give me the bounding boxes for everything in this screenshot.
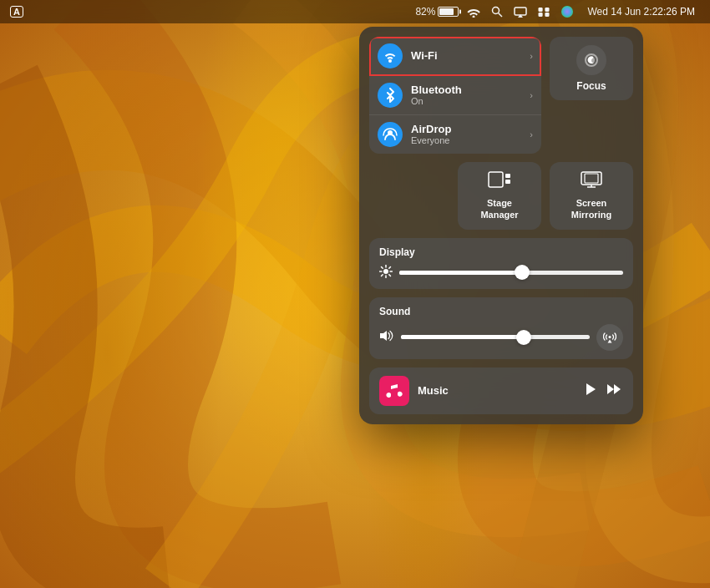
airdrop-chevron: ›	[530, 129, 533, 139]
volume-slider[interactable]	[401, 335, 590, 339]
brightness-slider[interactable]	[399, 271, 623, 275]
svg-rect-5	[539, 7, 543, 11]
font-icon: A	[10, 6, 23, 18]
svg-rect-7	[539, 12, 543, 16]
stage-manager-label: StageManager	[480, 197, 518, 221]
stage-manager-button[interactable]: StageManager	[458, 162, 541, 230]
svg-rect-3	[515, 8, 526, 15]
volume-slider-row	[379, 324, 623, 351]
svg-line-26	[389, 266, 391, 268]
svg-rect-14	[505, 180, 510, 184]
bluetooth-item[interactable]: Bluetooth On ›	[369, 76, 541, 115]
svg-point-29	[609, 336, 611, 338]
svg-rect-16	[585, 174, 598, 183]
svg-marker-33	[614, 384, 621, 394]
svg-line-2	[499, 13, 503, 18]
svg-point-9	[561, 6, 573, 18]
battery-icon	[438, 7, 459, 17]
focus-button[interactable]: Focus	[550, 37, 633, 100]
control-center-panel: Wi-Fi › Bluetooth On ›	[359, 27, 643, 424]
sound-label: Sound	[379, 306, 623, 317]
battery-fill	[439, 8, 454, 15]
bluetooth-title: Bluetooth	[411, 84, 462, 97]
airplay-button[interactable]	[596, 324, 623, 351]
screen-mirroring-icon	[580, 170, 603, 192]
menubar-right: 82%	[415, 3, 700, 20]
bluetooth-icon-bg	[378, 83, 403, 108]
focus-icon	[576, 45, 606, 75]
svg-rect-13	[505, 174, 510, 178]
bluetooth-text: Bluetooth On	[411, 84, 462, 108]
sound-section: Sound	[369, 297, 633, 359]
svg-point-1	[493, 8, 500, 14]
display-label: Display	[379, 246, 623, 258]
volume-icon	[379, 330, 394, 344]
svg-line-27	[382, 274, 383, 276]
airdrop-icon-bg	[378, 122, 403, 147]
screen-mirroring-button[interactable]: ScreenMirroring	[550, 162, 633, 230]
menubar-left: A	[10, 6, 23, 18]
airdrop-text: AirDrop Everyone	[411, 123, 451, 147]
wifi-title: Wi-Fi	[411, 49, 438, 63]
battery-percent: 82%	[415, 6, 435, 18]
airdrop-subtitle: Everyone	[411, 135, 451, 146]
wifi-chevron: ›	[530, 51, 533, 61]
wifi-item[interactable]: Wi-Fi ›	[369, 37, 541, 76]
music-app-icon	[379, 376, 409, 406]
svg-rect-8	[545, 12, 550, 16]
screen-mirroring-label: ScreenMirroring	[571, 197, 611, 221]
wifi-menubar-icon[interactable]	[465, 3, 482, 20]
bluetooth-subtitle: On	[411, 96, 462, 107]
svg-marker-30	[608, 339, 612, 342]
siri-menubar-icon[interactable]	[559, 3, 576, 20]
airplay-menubar-icon[interactable]	[512, 3, 529, 20]
cc-top-row: Wi-Fi › Bluetooth On ›	[369, 37, 633, 154]
svg-marker-28	[380, 331, 387, 341]
svg-line-24	[382, 266, 383, 268]
brightness-slider-row	[379, 265, 623, 281]
music-controls	[583, 381, 623, 400]
stage-manager-icon	[488, 170, 511, 192]
menubar: A 82%	[0, 0, 710, 23]
wifi-text: Wi-Fi	[411, 49, 438, 63]
search-menubar-icon[interactable]	[489, 3, 505, 20]
display-section: Display	[369, 238, 633, 289]
svg-line-25	[389, 274, 391, 276]
svg-rect-12	[489, 172, 503, 187]
airdrop-title: AirDrop	[411, 123, 451, 136]
bluetooth-chevron: ›	[530, 90, 533, 100]
focus-label: Focus	[576, 80, 606, 92]
brightness-icon	[379, 265, 393, 281]
wifi-icon-bg	[378, 43, 403, 68]
music-forward-button[interactable]	[605, 382, 623, 399]
battery-status: 82%	[415, 6, 459, 18]
control-center-menubar-icon[interactable]	[535, 3, 552, 20]
airdrop-item[interactable]: AirDrop Everyone ›	[369, 115, 541, 154]
svg-point-19	[383, 269, 388, 274]
svg-marker-31	[586, 383, 596, 395]
svg-rect-6	[545, 7, 550, 11]
datetime: Wed 14 Jun 2:22:26 PM	[582, 4, 700, 19]
cc-second-row: StageManager ScreenMirroring	[369, 162, 633, 230]
music-play-button[interactable]	[583, 381, 598, 400]
music-title: Music	[418, 384, 575, 397]
svg-marker-32	[607, 384, 614, 394]
music-section: Music	[369, 368, 633, 414]
connectivity-block: Wi-Fi › Bluetooth On ›	[369, 37, 541, 154]
svg-point-10	[388, 59, 392, 63]
